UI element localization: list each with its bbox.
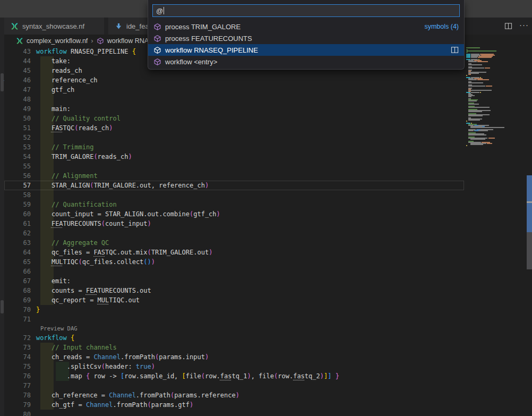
code-text: .map { row -> [row.sample_id, [file(row.… bbox=[36, 371, 464, 381]
line-number: 73 bbox=[4, 343, 36, 352]
chevron-right-icon: › bbox=[91, 37, 93, 45]
breadcrumb-file[interactable]: complex_workflow.nf bbox=[27, 37, 88, 45]
code-line[interactable]: 73 // Input channels bbox=[4, 343, 464, 352]
quick-open-item[interactable]: workflow RNASEQ_PIPELINE bbox=[148, 44, 464, 56]
code-text bbox=[36, 315, 464, 324]
open-to-side-button[interactable] bbox=[451, 46, 459, 54]
code-text bbox=[36, 95, 464, 104]
line-number: 75 bbox=[4, 362, 36, 371]
code-line[interactable]: 64 qc_files = FASTQC.out.mix(TRIM_GALORE… bbox=[4, 248, 464, 257]
line-number: 63 bbox=[4, 238, 36, 248]
code-line[interactable]: 55 bbox=[4, 162, 464, 171]
tab-syntax-showcase[interactable]: syntax_showcase.nf bbox=[4, 18, 104, 35]
symbol-namespace-cube-icon bbox=[153, 35, 161, 43]
code-text: // Input channels bbox=[36, 343, 464, 352]
minimap-line bbox=[466, 145, 525, 146]
code-line[interactable]: 77 bbox=[4, 381, 464, 390]
line-number: 64 bbox=[4, 248, 36, 257]
quick-open-item[interactable]: process FEATURECOUNTS bbox=[148, 32, 464, 44]
code-line[interactable]: 57 STAR_ALIGN(TRIM_GALORE.out, reference… bbox=[4, 181, 464, 190]
code-text: // Quantification bbox=[36, 200, 464, 209]
line-number: 50 bbox=[4, 114, 36, 123]
line-number: 62 bbox=[4, 228, 36, 238]
left-pane-edge: ··· bbox=[0, 18, 4, 416]
codelens-preview-dag[interactable]: Preview DAG bbox=[4, 324, 464, 333]
code-text: workflow { bbox=[36, 333, 464, 343]
code-line[interactable]: 66 bbox=[4, 267, 464, 276]
code-line[interactable]: 46 reference_ch bbox=[4, 75, 464, 85]
code-text: STAR_ALIGN(TRIM_GALORE.out, reference_ch… bbox=[36, 181, 464, 190]
code-text bbox=[36, 133, 464, 142]
code-line[interactable]: 60 count_input = STAR_ALIGN.out.combine(… bbox=[4, 209, 464, 219]
code-line[interactable]: 48 bbox=[4, 95, 464, 104]
quick-open-item[interactable]: workflow <entry> bbox=[148, 56, 464, 67]
code-line[interactable]: 56 // Alignment bbox=[4, 171, 464, 181]
line-number: 60 bbox=[4, 209, 36, 219]
code-line[interactable]: 69 qc_report = MULTIQC.out bbox=[4, 295, 464, 305]
minimap[interactable] bbox=[466, 47, 525, 398]
symbol-namespace-cube-icon bbox=[97, 37, 104, 45]
code-line[interactable]: 68 counts = FEATURECOUNTS.out bbox=[4, 286, 464, 295]
quick-open-input[interactable]: @ bbox=[152, 4, 460, 17]
line-number: 68 bbox=[4, 286, 36, 295]
code-line[interactable]: 80 bbox=[4, 410, 464, 416]
quick-open-item[interactable]: process TRIM_GALOREsymbols (4) bbox=[148, 21, 464, 32]
code-text bbox=[36, 162, 464, 171]
split-editor-button[interactable] bbox=[503, 21, 513, 31]
code-line[interactable]: 54 TRIM_GALORE(reads_ch) bbox=[4, 152, 464, 162]
left-pane-scrollbar-thumb[interactable] bbox=[1, 73, 4, 91]
code-text: ch_reference = Channel.fromPath(params.r… bbox=[36, 390, 464, 400]
code-text: qc_files = FASTQC.out.mix(TRIM_GALORE.ou… bbox=[36, 248, 464, 257]
arrow-down-icon bbox=[115, 22, 123, 30]
code-line[interactable]: 58 bbox=[4, 190, 464, 200]
line-number: 76 bbox=[4, 371, 36, 381]
scrollbar-thumb[interactable] bbox=[527, 232, 532, 269]
code-line[interactable]: 74 ch_reads = Channel.fromPath(params.in… bbox=[4, 352, 464, 362]
more-actions-button[interactable]: ··· bbox=[519, 20, 529, 32]
code-line[interactable]: 61 FEATURECOUNTS(count_input) bbox=[4, 219, 464, 228]
symbol-namespace-cube-icon bbox=[153, 46, 161, 54]
code-text bbox=[36, 410, 464, 416]
code-line[interactable]: 62 bbox=[4, 228, 464, 238]
code-line[interactable]: 67 emit: bbox=[4, 276, 464, 286]
overview-ruler-currentline-marker bbox=[527, 201, 532, 203]
line-number: 43 bbox=[4, 47, 36, 56]
code-line[interactable]: 50 // Quality control bbox=[4, 114, 464, 123]
code-line[interactable]: 63 // Aggregate QC bbox=[4, 238, 464, 248]
code-line[interactable]: 51 FASTQC(reads_ch) bbox=[4, 123, 464, 133]
code-text: count_input = STAR_ALIGN.out.combine(gtf… bbox=[36, 209, 464, 219]
code-text bbox=[36, 228, 464, 238]
code-line[interactable]: 76 .map { row -> [row.sample_id, [file(r… bbox=[4, 371, 464, 381]
line-number: 51 bbox=[4, 123, 36, 133]
line-number: 47 bbox=[4, 85, 36, 95]
quick-open-item-label: process TRIM_GALORE bbox=[165, 23, 241, 31]
code-line[interactable]: 47 gtf_ch bbox=[4, 85, 464, 95]
symbols-count-badge: symbols (4) bbox=[424, 23, 459, 30]
quick-open-results: process TRIM_GALOREsymbols (4)process FE… bbox=[148, 17, 464, 67]
line-number: 48 bbox=[4, 95, 36, 104]
nextflow-icon bbox=[11, 22, 19, 30]
code-text: } bbox=[36, 305, 464, 315]
code-line[interactable]: 79 ch_gtf = Channel.fromPath(params.gtf) bbox=[4, 400, 464, 410]
code-line[interactable]: 49 main: bbox=[4, 104, 464, 114]
code-text: // Quality control bbox=[36, 114, 464, 123]
code-text bbox=[36, 190, 464, 200]
line-number: 56 bbox=[4, 171, 36, 181]
code-line[interactable]: 53 // Trimming bbox=[4, 142, 464, 152]
editor-actions: ··· bbox=[503, 18, 529, 35]
code-text: counts = FEATURECOUNTS.out bbox=[36, 286, 464, 295]
code-line[interactable]: 59 // Quantification bbox=[4, 200, 464, 209]
code-line[interactable]: 78 ch_reference = Channel.fromPath(param… bbox=[4, 390, 464, 400]
line-number: 77 bbox=[4, 381, 36, 390]
code-line[interactable]: 72workflow { bbox=[4, 333, 464, 343]
code-line[interactable]: 71 bbox=[4, 315, 464, 324]
code-line[interactable]: 70} bbox=[4, 305, 464, 315]
line-number: 59 bbox=[4, 200, 36, 209]
code-line[interactable]: 65 MULTIQC(qc_files.collect()) bbox=[4, 257, 464, 267]
code-text: emit: bbox=[36, 276, 464, 286]
code-editor[interactable]: 43workflow RNASEQ_PIPELINE {44 take:45 r… bbox=[4, 47, 464, 416]
code-line[interactable]: 75 .splitCsv(header: true) bbox=[4, 362, 464, 371]
vscode-window: syntax_showcase.nf ide_feat ··· complex_… bbox=[0, 0, 532, 416]
code-line[interactable]: 52 bbox=[4, 133, 464, 142]
code-text: ch_gtf = Channel.fromPath(params.gtf) bbox=[36, 400, 464, 410]
